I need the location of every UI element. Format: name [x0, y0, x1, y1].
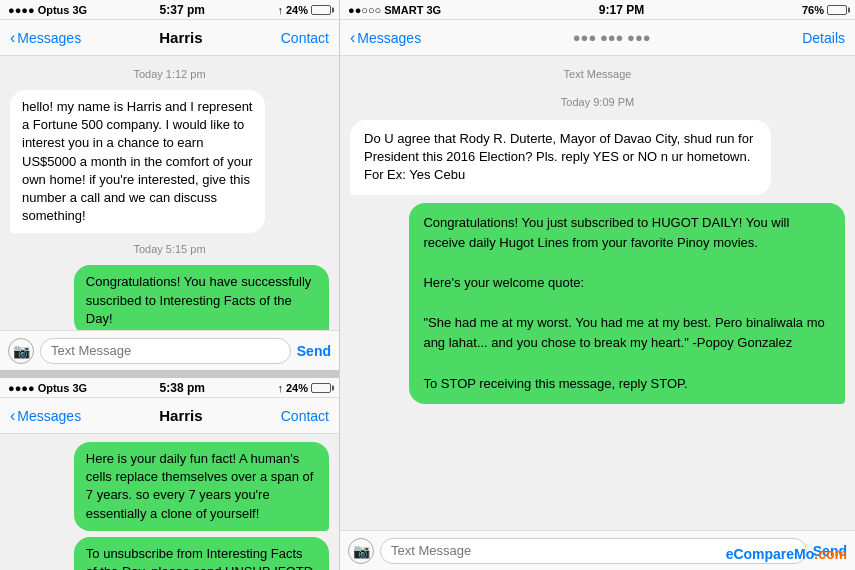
messages-area-bottom: Here is your daily fun fact! A human's c…: [0, 434, 339, 570]
messages-area-top: Today 1:12 pm hello! my name is Harris a…: [0, 56, 339, 330]
timestamp1: Today 1:12 pm: [10, 68, 329, 80]
battery-text-bottom: ↑ 24%: [277, 382, 308, 394]
carrier-right: ●●○○○ SMART 3G: [348, 4, 441, 16]
nav-bar-right: ‹ Messages ●●● ●●● ●●● Details: [340, 20, 855, 56]
battery-icon-right: [827, 5, 847, 15]
status-bar-bottom: ●●●● Optus 3G 5:38 pm ↑ 24%: [0, 378, 339, 398]
battery-text-top: ↑ 24%: [277, 4, 308, 16]
carrier-bottom: ●●●● Optus 3G: [8, 382, 87, 394]
back-button-top[interactable]: ‹ Messages: [10, 29, 81, 47]
nav-title-bottom: Harris: [159, 407, 202, 424]
carrier-top: ●●●● Optus 3G: [8, 4, 87, 16]
bubble-outgoing-1: Congratulations! You have successfully s…: [74, 265, 329, 330]
message-row-bottom-2: To unsubscribe from Interesting Facts of…: [10, 537, 329, 570]
chevron-icon-right: ‹: [350, 29, 355, 47]
back-button-right[interactable]: ‹ Messages: [350, 29, 421, 47]
phone-divider: [0, 370, 339, 378]
status-bar-top: ●●●● Optus 3G 5:37 pm ↑ 24%: [0, 0, 339, 20]
back-label-top: Messages: [17, 30, 81, 46]
message-row-bottom-1: Here is your daily fun fact! A human's c…: [10, 442, 329, 531]
chevron-icon-top: ‹: [10, 29, 15, 47]
send-button-top[interactable]: Send: [297, 343, 331, 359]
left-phone-bottom: ●●●● Optus 3G 5:38 pm ↑ 24% ‹ Messages H…: [0, 378, 339, 570]
timestamp2: Today 5:15 pm: [10, 243, 329, 255]
details-button-right[interactable]: Details: [802, 30, 845, 46]
battery-right: 76%: [802, 4, 847, 16]
input-bar-top: 📷 Send: [0, 330, 339, 370]
messages-area-right: Text Message Today 9:09 PM Do U agree th…: [340, 56, 855, 530]
bubble-bottom-1: Here is your daily fun fact! A human's c…: [74, 442, 329, 531]
time-bottom: 5:38 pm: [160, 381, 205, 395]
battery-icon-top: [311, 5, 331, 15]
time-right: 9:17 PM: [599, 3, 644, 17]
watermark-suffix: .com: [814, 546, 847, 562]
bubble-bottom-2: To unsubscribe from Interesting Facts of…: [74, 537, 329, 570]
message-row-2: Congratulations! You have successfully s…: [10, 265, 329, 330]
chevron-icon-bottom: ‹: [10, 407, 15, 425]
bubble-right-incoming: Do U agree that Rody R. Duterte, Mayor o…: [350, 120, 771, 195]
message-row-1: hello! my name is Harris and I represent…: [10, 90, 329, 233]
message-row-right-2: Congratulations! You just subscribed to …: [350, 203, 845, 404]
status-bar-right: ●●○○○ SMART 3G 9:17 PM 76%: [340, 0, 855, 20]
battery-text-right: 76%: [802, 4, 824, 16]
back-label-bottom: Messages: [17, 408, 81, 424]
text-message-label: Text Message: [350, 68, 845, 80]
text-input-top[interactable]: [40, 338, 291, 364]
left-phone: ●●●● Optus 3G 5:37 pm ↑ 24% ‹ Messages H…: [0, 0, 340, 570]
contact-button-bottom[interactable]: Contact: [281, 408, 329, 424]
bubble-right-outgoing: Congratulations! You just subscribed to …: [409, 203, 845, 404]
contact-button-top[interactable]: Contact: [281, 30, 329, 46]
nav-bar-bottom: ‹ Messages Harris Contact: [0, 398, 339, 434]
back-label-right: Messages: [357, 30, 421, 46]
left-phone-top: ●●●● Optus 3G 5:37 pm ↑ 24% ‹ Messages H…: [0, 0, 339, 370]
camera-button-right[interactable]: 📷: [348, 538, 374, 564]
text-message-sublabel: Text Message: [564, 68, 632, 80]
watermark-text: eCompareMo: [726, 546, 815, 562]
right-phone: ●●○○○ SMART 3G 9:17 PM 76% ‹ Messages ●●…: [340, 0, 855, 570]
nav-bar-top: ‹ Messages Harris Contact: [0, 20, 339, 56]
watermark: eCompareMo.com: [726, 546, 847, 562]
message-row-right-1: Do U agree that Rody R. Duterte, Mayor o…: [350, 120, 845, 195]
nav-title-top: Harris: [159, 29, 202, 46]
battery-icon-bottom: [311, 383, 331, 393]
camera-button-top[interactable]: 📷: [8, 338, 34, 364]
back-button-bottom[interactable]: ‹ Messages: [10, 407, 81, 425]
battery-bottom: ↑ 24%: [277, 382, 331, 394]
bubble-incoming-1: hello! my name is Harris and I represent…: [10, 90, 265, 233]
battery-top: ↑ 24%: [277, 4, 331, 16]
timestamp-right: Today 9:09 PM: [350, 96, 845, 108]
time-top: 5:37 pm: [160, 3, 205, 17]
nav-title-right: ●●● ●●● ●●●: [573, 30, 651, 45]
